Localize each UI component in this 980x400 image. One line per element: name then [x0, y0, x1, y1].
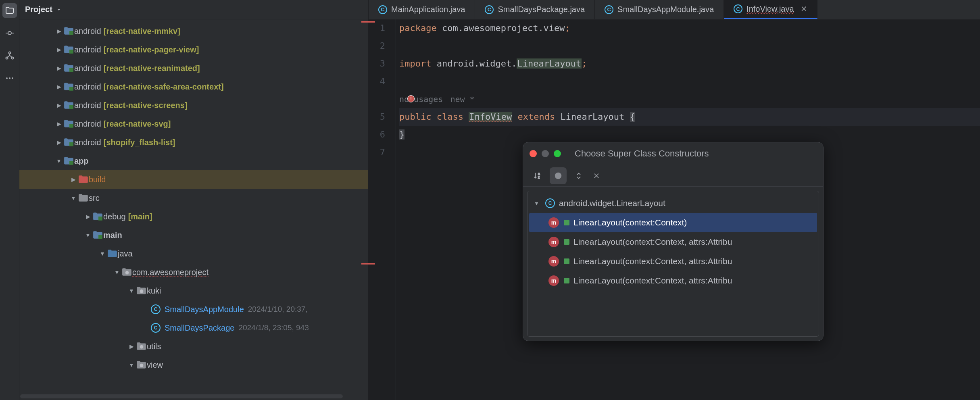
- tree-item-module[interactable]: ▶ android [react-native-screens]: [19, 96, 368, 115]
- svg-point-3: [8, 52, 10, 54]
- svg-point-6: [6, 77, 8, 79]
- constructor-list[interactable]: ▼ C android.widget.LinearLayout m Linear…: [527, 191, 819, 337]
- tree-item-debug[interactable]: ▶ debug [main]: [19, 207, 368, 226]
- tab-main-application[interactable]: C MainApplication.java: [369, 0, 475, 19]
- svg-point-25: [555, 172, 562, 179]
- constructor-option-row[interactable]: m LinearLayout(context:Context, attrs:At…: [528, 252, 819, 271]
- class-icon: C: [151, 323, 161, 333]
- tree-item-kuki[interactable]: ▼ kuki: [19, 281, 368, 300]
- method-icon: m: [548, 217, 559, 228]
- svg-rect-15: [69, 142, 73, 146]
- class-icon: C: [605, 5, 613, 14]
- package-icon: [136, 286, 147, 295]
- minimize-window-icon[interactable]: [542, 150, 549, 157]
- tree-item-build[interactable]: ▶ build: [19, 170, 368, 189]
- dialog-toolbar: az: [523, 165, 823, 187]
- tree-item-view[interactable]: ▼ view: [19, 356, 368, 374]
- tree-item-module[interactable]: ▶ android [react-native-svg]: [19, 115, 368, 133]
- svg-point-20: [140, 290, 144, 293]
- sort-alphabetically-icon[interactable]: az: [532, 170, 543, 181]
- public-modifier-icon: [564, 239, 569, 245]
- error-stripe-icon: [361, 263, 375, 265]
- commit-tool-icon[interactable]: [2, 26, 17, 40]
- source-root-icon: [107, 249, 118, 258]
- chevron-down-icon: ▼: [69, 195, 77, 201]
- tree-item-java[interactable]: ▼ java: [19, 244, 368, 263]
- constructor-option-row[interactable]: m LinearLayout(context:Context): [529, 213, 817, 232]
- tree-item-module[interactable]: ▶ android [react-native-mmkv]: [19, 22, 368, 40]
- close-tab-icon[interactable]: ✕: [801, 4, 807, 14]
- svg-text:a: a: [538, 172, 540, 176]
- tree-item-src[interactable]: ▼ src: [19, 189, 368, 207]
- chevron-right-icon: ▶: [55, 65, 63, 71]
- method-icon: m: [548, 256, 559, 267]
- chevron-right-icon: ▶: [55, 121, 63, 127]
- module-folder-icon: [64, 138, 74, 147]
- module-folder-icon: [64, 45, 74, 54]
- svg-point-21: [140, 345, 144, 349]
- constructor-parent-row[interactable]: ▼ C android.widget.LinearLayout: [528, 194, 819, 213]
- show-inherited-toggle[interactable]: [550, 167, 567, 184]
- tab-label: SmallDaysPackage.java: [498, 5, 585, 14]
- svg-rect-9: [69, 31, 73, 35]
- svg-rect-10: [69, 50, 73, 54]
- close-window-icon[interactable]: [530, 150, 537, 157]
- sidebar-header[interactable]: Project: [19, 0, 368, 19]
- tree-item-app[interactable]: ▼ app: [19, 152, 368, 170]
- constructor-option-row[interactable]: m LinearLayout(context:Context, attrs:At…: [528, 271, 819, 290]
- current-line: public class InfoView extends LinearLayo…: [399, 108, 980, 126]
- usages-hint[interactable]: no usages: [399, 90, 443, 108]
- source-folder-icon: [93, 231, 103, 240]
- zoom-window-icon[interactable]: [554, 150, 561, 157]
- tree-item-module[interactable]: ▶ android [react-native-reanimated]: [19, 59, 368, 77]
- chevron-down-icon: ▼: [534, 200, 541, 206]
- svg-rect-17: [98, 217, 102, 221]
- more-tool-icon[interactable]: [2, 71, 17, 85]
- parent-class-label: android.widget.LinearLayout: [559, 198, 665, 208]
- package-icon: [122, 268, 132, 277]
- tab-smalldays-appmodule[interactable]: C SmallDaysAppModule.java: [595, 0, 724, 19]
- tree-item-module[interactable]: ▶ android [react-native-safe-area-contex…: [19, 77, 368, 96]
- module-folder-icon: [64, 119, 74, 128]
- svg-point-0: [8, 31, 11, 35]
- chevron-right-icon: ▶: [69, 176, 77, 183]
- dialog-titlebar[interactable]: Choose Super Class Constructors: [523, 142, 823, 165]
- tab-label: InfoView.java: [746, 4, 794, 14]
- tree-item-utils[interactable]: ▶ utils: [19, 337, 368, 356]
- public-modifier-icon: [564, 278, 569, 283]
- project-tool-icon[interactable]: [2, 3, 17, 18]
- structure-tool-icon[interactable]: [2, 48, 17, 63]
- chevron-right-icon: ▶: [55, 46, 63, 53]
- chevron-right-icon: ▶: [55, 83, 63, 90]
- tree-item-module[interactable]: ▶ android [shopify_flash-list]: [19, 133, 368, 152]
- collapse-all-icon[interactable]: [591, 170, 602, 181]
- tab-label: SmallDaysAppModule.java: [617, 5, 714, 14]
- project-sidebar: Project ▶ android [react-native-mmkv] ▶ …: [19, 0, 369, 400]
- tree-item-package[interactable]: ▼ com.awesomeproject: [19, 263, 368, 281]
- method-icon: m: [548, 275, 559, 286]
- chevron-down-icon: [56, 6, 62, 13]
- chevron-down-icon: ▼: [55, 158, 63, 164]
- class-icon: C: [485, 5, 494, 14]
- class-icon: C: [378, 5, 387, 14]
- tab-label: MainApplication.java: [391, 5, 465, 14]
- project-tree[interactable]: ▶ android [react-native-mmkv] ▶ android …: [19, 19, 368, 400]
- tree-item-class-file[interactable]: C SmallDaysAppModule 2024/1/10, 20:37,: [19, 300, 368, 319]
- chevron-right-icon: ▶: [84, 213, 92, 220]
- tab-smalldays-package[interactable]: C SmallDaysPackage.java: [475, 0, 595, 19]
- dialog-title: Choose Super Class Constructors: [575, 148, 709, 159]
- new-hint[interactable]: new *: [450, 90, 474, 108]
- chevron-down-icon: ▼: [98, 250, 106, 257]
- expand-all-icon[interactable]: [573, 170, 584, 181]
- constructor-label: LinearLayout(context:Context, attrs:Attr…: [573, 256, 732, 266]
- class-icon: C: [151, 304, 161, 314]
- tree-item-module[interactable]: ▶ android [react-native-pager-view]: [19, 40, 368, 59]
- horizontal-scrollbar[interactable]: [20, 394, 343, 398]
- tree-item-main[interactable]: ▼ main: [19, 226, 368, 244]
- tree-item-class-file[interactable]: C SmallDaysPackage 2024/1/8, 23:05, 943: [19, 319, 368, 337]
- constructor-option-row[interactable]: m LinearLayout(context:Context, attrs:At…: [528, 232, 819, 252]
- tab-infoview[interactable]: C InfoView.java ✕: [724, 0, 817, 19]
- error-badge-icon: !: [407, 95, 415, 102]
- chevron-right-icon: ▶: [55, 28, 63, 34]
- window-controls: [530, 150, 561, 157]
